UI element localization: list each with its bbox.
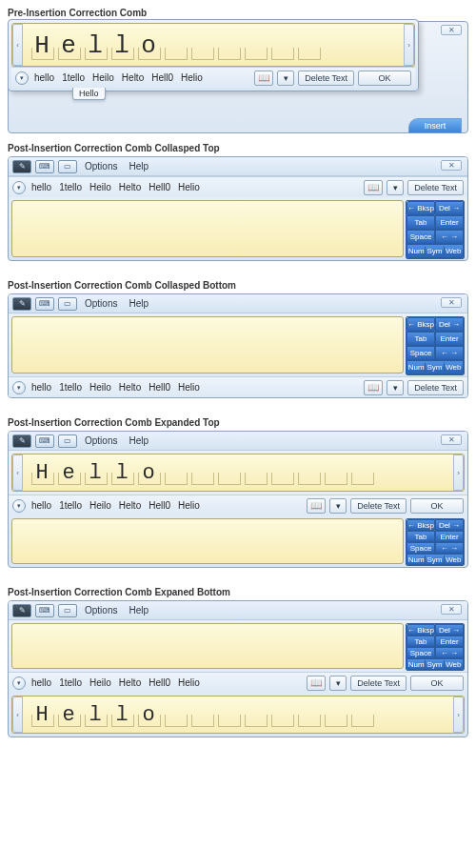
suggestion[interactable]: 1tello <box>57 382 84 393</box>
writing-area[interactable] <box>11 316 404 373</box>
comb-cell[interactable]: e <box>56 454 83 491</box>
suggestion[interactable]: hello <box>30 182 53 192</box>
key-bksp[interactable]: ← Bksp <box>407 201 435 215</box>
key-space[interactable]: Space <box>407 647 435 658</box>
menu-options[interactable]: Options <box>81 435 121 446</box>
writing-area[interactable] <box>11 200 404 257</box>
comb-cell[interactable]: l <box>109 454 136 491</box>
comb-cell[interactable]: l <box>83 696 109 733</box>
dictionary-icon[interactable]: 📖 <box>307 676 326 691</box>
key-sym[interactable]: Sym <box>426 660 444 669</box>
comb-cell[interactable] <box>243 454 269 491</box>
suggestion[interactable]: Hell0 <box>149 72 175 83</box>
comb-cell[interactable] <box>269 24 296 66</box>
comb-cell[interactable]: H <box>30 24 56 66</box>
suggestion[interactable]: Helio <box>176 182 202 192</box>
writing-comb[interactable]: ‹ H e l l o › <box>11 696 465 734</box>
comb-cell[interactable] <box>243 696 269 733</box>
menu-options[interactable]: Options <box>81 161 121 172</box>
suggestion[interactable]: 1tello <box>60 72 87 83</box>
keyboard-mode-icon[interactable]: ▭ <box>58 160 77 173</box>
key-web[interactable]: Web <box>445 363 463 372</box>
comb-cell[interactable]: l <box>109 24 136 66</box>
comb-cell[interactable] <box>323 454 349 491</box>
suggestion[interactable]: 1tello <box>57 182 84 192</box>
suggestion[interactable]: Heilo <box>88 182 113 192</box>
expand-suggestions-icon[interactable]: ▾ <box>15 71 29 85</box>
dictionary-icon[interactable]: 📖 <box>254 71 273 86</box>
comb-cell[interactable] <box>323 696 349 733</box>
suggestion[interactable]: Hell0 <box>147 382 172 393</box>
key-bksp[interactable]: ← Bksp <box>407 519 435 531</box>
suggestion[interactable]: Hell0 <box>147 500 172 511</box>
delete-text-button[interactable]: Delete Text <box>350 498 407 514</box>
comb-cell[interactable]: H <box>30 454 56 491</box>
comb-cell[interactable]: o <box>136 24 163 66</box>
scroll-right-icon[interactable]: › <box>404 24 414 66</box>
key-space[interactable]: Space <box>407 346 435 360</box>
key-tab[interactable]: Tab <box>407 215 435 230</box>
key-enter[interactable]: Enter <box>435 215 464 230</box>
dictionary-icon[interactable]: 📖 <box>364 380 383 395</box>
suggestion[interactable]: hello <box>30 500 53 511</box>
writing-mode-icon[interactable]: ✎ <box>12 297 31 311</box>
alt-suggestion-popup[interactable]: Hello <box>72 88 106 100</box>
comb-cell[interactable]: l <box>83 454 109 491</box>
tools-dropdown-icon[interactable]: ▾ <box>387 180 404 195</box>
character-mode-icon[interactable]: ⌨ <box>35 160 54 173</box>
comb-cell[interactable]: e <box>56 24 83 66</box>
suggestion[interactable]: 1tello <box>57 677 84 688</box>
menu-help[interactable]: Help <box>125 435 152 446</box>
keyboard-mode-icon[interactable]: ▭ <box>58 434 77 448</box>
key-del[interactable]: Del → <box>435 519 464 531</box>
menu-help[interactable]: Help <box>125 605 152 616</box>
comb-cell[interactable] <box>296 24 323 66</box>
comb-cell[interactable] <box>243 24 269 66</box>
comb-cell[interactable] <box>296 696 323 733</box>
key-tab[interactable]: Tab <box>407 636 435 647</box>
tools-dropdown-icon[interactable]: ▾ <box>387 380 404 395</box>
menu-options[interactable]: Options <box>81 298 121 309</box>
key-sym[interactable]: Sym <box>426 247 444 255</box>
suggestion[interactable]: Heilo <box>90 72 116 83</box>
keyboard-mode-icon[interactable]: ▭ <box>58 297 77 311</box>
key-arrows[interactable]: ←→ <box>435 647 464 658</box>
suggestion[interactable]: hello <box>30 677 53 688</box>
suggestion[interactable]: Helto <box>117 500 143 511</box>
key-del[interactable]: Del → <box>435 317 464 332</box>
key-num[interactable]: Num <box>407 660 426 669</box>
key-arrows[interactable]: ←→ <box>435 230 464 244</box>
key-num[interactable]: Num <box>407 363 426 372</box>
comb-cell[interactable] <box>216 454 243 491</box>
scroll-right-icon[interactable]: › <box>453 696 464 733</box>
key-enter[interactable]: Enter <box>435 636 464 647</box>
suggestion[interactable]: Hell0 <box>147 677 172 688</box>
key-del[interactable]: Del → <box>435 201 464 215</box>
comb-cell[interactable] <box>189 454 216 491</box>
character-mode-icon[interactable]: ⌨ <box>35 434 54 448</box>
delete-text-button[interactable]: Delete Text <box>407 380 464 395</box>
key-del[interactable]: Del → <box>435 624 464 636</box>
dictionary-icon[interactable]: 📖 <box>307 498 326 514</box>
key-web[interactable]: Web <box>445 660 463 669</box>
writing-mode-icon[interactable]: ✎ <box>12 434 31 448</box>
key-bksp[interactable]: ← Bksp <box>407 317 435 332</box>
key-sym[interactable]: Sym <box>426 555 444 564</box>
writing-comb[interactable]: ‹ H e l l o › <box>11 454 465 492</box>
comb-cell[interactable]: e <box>56 696 83 733</box>
key-web[interactable]: Web <box>445 555 463 564</box>
comb-cell[interactable] <box>269 696 296 733</box>
close-icon[interactable]: ✕ <box>441 604 462 615</box>
key-space[interactable]: Space <box>407 230 435 244</box>
suggestion[interactable]: Heilo <box>88 500 113 511</box>
menu-options[interactable]: Options <box>81 605 121 616</box>
key-arrows[interactable]: ←→ <box>435 346 464 360</box>
ok-button[interactable]: OK <box>410 498 464 514</box>
expand-suggestions-icon[interactable]: ▾ <box>12 181 26 194</box>
key-web[interactable]: Web <box>445 247 463 255</box>
insert-button[interactable]: Insert <box>408 118 462 133</box>
suggestion[interactable]: hello <box>32 72 56 83</box>
comb-cell[interactable]: o <box>136 696 163 733</box>
suggestion[interactable]: Heilo <box>88 382 113 393</box>
key-enter[interactable]: Enter <box>435 531 464 542</box>
